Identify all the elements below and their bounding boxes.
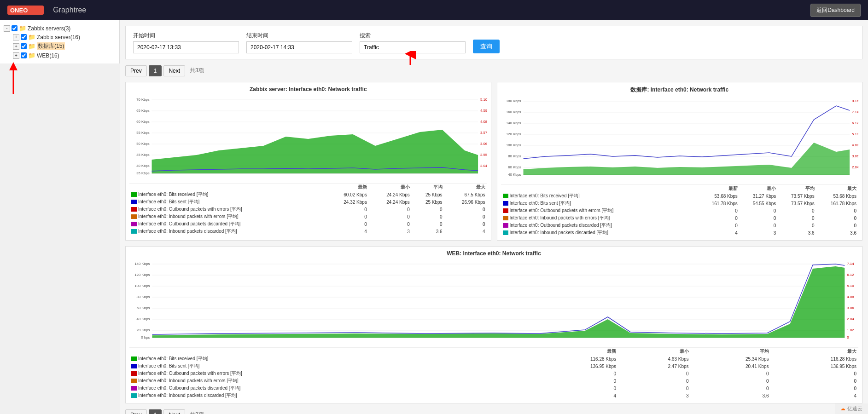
chart2-svg: 180 Kbps 160 Kbps 140 Kbps 120 Kbps 100 …: [501, 97, 859, 179]
tree-item-shujuku[interactable]: + 📁 数据库(15): [13, 41, 116, 51]
svg-text:120 Kbps: 120 Kbps: [506, 132, 521, 136]
tree-item-zabbix-server[interactable]: + 📁 Zabbix server(16): [13, 33, 116, 41]
svg-text:160 Kbps: 160 Kbps: [506, 110, 521, 114]
chart3-container: WEB: Interface eth0: Network traffic 140…: [125, 246, 862, 403]
legend-row: Interface eth0: Inbound packets with err…: [129, 213, 487, 220]
start-time-label: 开始时间: [133, 32, 239, 40]
logo-icon: ONEOMAS: [7, 6, 44, 15]
svg-text:1.02: 1.02: [847, 328, 854, 332]
charts-grid: Zabbix server: Interface eth0: Network t…: [125, 82, 862, 403]
svg-text:3.57: 3.57: [480, 131, 487, 135]
end-time-label: 结束时间: [246, 32, 352, 40]
main-container: - 📁 Zabbix servers(3) + 📁 Zabbix server(…: [0, 20, 868, 414]
back-dashboard-button[interactable]: 返回Dashboard: [810, 4, 861, 17]
chart1-svg: 70 Kbps 65 Kbps 60 Kbps 55 Kbps 50 Kbps …: [129, 95, 487, 178]
checkbox-web[interactable]: [21, 52, 27, 58]
folder-icon-zabbix-servers: 📁: [19, 25, 26, 32]
svg-marker-26: [152, 130, 478, 173]
svg-marker-50: [523, 143, 850, 175]
legend-row: Interface eth0: Bits received [平均] 116.2…: [129, 355, 858, 362]
prev-button-top[interactable]: Prev: [125, 65, 147, 76]
next-button-bottom[interactable]: Next: [163, 409, 185, 414]
chart2-container: 数据库: Interface eth0: Network traffic 1: [497, 82, 863, 241]
pagination-top: Prev 1 Next 共3项: [125, 65, 862, 76]
svg-text:2.04: 2.04: [851, 165, 858, 169]
svg-text:2.04: 2.04: [847, 317, 854, 321]
svg-text:35 Kbps: 35 Kbps: [136, 171, 150, 175]
chart3-svg-wrapper: 140 Kbps 120 Kbps 100 Kbps 80 Kbps 60 Kb…: [129, 259, 858, 344]
svg-text:5.10: 5.10: [480, 98, 487, 102]
search-group: 搜索: [360, 32, 466, 53]
legend-row: Interface eth0: Outbound packets with er…: [129, 206, 487, 213]
svg-text:5.10: 5.10: [851, 132, 858, 136]
chart1-legend: 最新 最小 平均 最大Interface eth0: Bits received…: [129, 182, 487, 235]
folder-icon-shujuku: 📁: [28, 43, 35, 50]
legend-row: Interface eth0: Outbound packets discard…: [129, 220, 487, 228]
legend-row: Interface eth0: Bits sent [平均] 161.78 Kb…: [501, 200, 859, 207]
svg-text:60 Kbps: 60 Kbps: [137, 306, 150, 310]
svg-text:65 Kbps: 65 Kbps: [136, 109, 150, 113]
footer-brand: 亿速云: [847, 405, 862, 412]
legend-row: Interface eth0: Outbound packets discard…: [501, 222, 859, 229]
red-arrow-annotation: [6, 62, 20, 100]
chart1-container: Zabbix server: Interface eth0: Network t…: [125, 82, 491, 241]
svg-text:0 bps: 0 bps: [141, 335, 150, 339]
svg-text:140 Kbps: 140 Kbps: [506, 121, 521, 125]
expand-zabbix-servers[interactable]: -: [4, 25, 10, 32]
chart1-svg-wrapper: 70 Kbps 65 Kbps 60 Kbps 55 Kbps 50 Kbps …: [129, 95, 487, 179]
label-zabbix-server: Zabbix server(16): [37, 34, 80, 40]
chart3-title: WEB: Interface eth0: Network traffic: [129, 250, 858, 257]
pagination-bottom: Prev 1 Next 共3项: [125, 409, 862, 414]
label-shujuku: 数据库(15): [37, 42, 65, 50]
svg-text:3.06: 3.06: [851, 154, 858, 158]
sidebar-wrapper: - 📁 Zabbix servers(3) + 📁 Zabbix server(…: [0, 20, 120, 414]
page-1-button-bottom[interactable]: 1: [149, 409, 162, 414]
logo: ONEOMAS: [7, 6, 44, 15]
chart1-title: Zabbix server: Interface eth0: Network t…: [129, 86, 487, 92]
search-arrow: [401, 51, 419, 67]
svg-text:50 Kbps: 50 Kbps: [136, 142, 150, 146]
checkbox-zabbix-server[interactable]: [21, 34, 27, 40]
svg-text:7.14: 7.14: [851, 110, 858, 114]
expand-zabbix-server[interactable]: +: [13, 34, 19, 40]
tree-item-web[interactable]: + 📁 WEB(16): [13, 51, 116, 60]
prev-button-bottom[interactable]: Prev: [125, 409, 147, 414]
query-button[interactable]: 查询: [473, 40, 500, 53]
legend-row: Interface eth0: Inbound packets discarde…: [129, 228, 487, 235]
end-time-input[interactable]: [246, 41, 352, 53]
app-header: ONEOMAS Graphtree 返回Dashboard: [0, 0, 868, 20]
legend-row: Interface eth0: Bits sent [平均] 136.95 Kb…: [129, 362, 858, 370]
svg-text:180 Kbps: 180 Kbps: [506, 99, 521, 103]
expand-web[interactable]: +: [13, 52, 19, 59]
chart2-legend: 最新 最小 平均 最大Interface eth0: Bits received…: [501, 184, 859, 236]
svg-text:80 Kbps: 80 Kbps: [508, 154, 521, 158]
legend-row: Interface eth0: Outbound packets with er…: [501, 207, 859, 214]
svg-text:40 Kbps: 40 Kbps: [508, 172, 521, 177]
svg-text:40 Kbps: 40 Kbps: [136, 164, 150, 168]
next-button-top[interactable]: Next: [163, 65, 185, 76]
svg-text:70 Kbps: 70 Kbps: [136, 98, 150, 102]
page-info-top: 共3项: [187, 65, 207, 76]
page-info-bottom: 共3项: [187, 409, 207, 414]
header-left: ONEOMAS Graphtree: [7, 6, 86, 15]
expand-shujuku[interactable]: +: [13, 43, 19, 50]
start-time-input[interactable]: [133, 41, 239, 53]
legend-row: Interface eth0: Bits received [平均] 60.02…: [129, 191, 487, 198]
legend-row: Interface eth0: Inbound packets with err…: [501, 214, 859, 222]
legend-row: Interface eth0: Inbound packets with err…: [129, 377, 858, 385]
page-1-button-top[interactable]: 1: [149, 65, 162, 76]
svg-text:100 Kbps: 100 Kbps: [134, 284, 150, 288]
svg-text:3.06: 3.06: [847, 306, 854, 310]
legend-row: Interface eth0: Bits sent [平均] 24.32 Kbp…: [129, 198, 487, 206]
svg-text:6.12: 6.12: [851, 121, 858, 125]
end-time-group: 结束时间: [246, 32, 352, 53]
svg-text:20 Kbps: 20 Kbps: [137, 328, 150, 332]
checkbox-zabbix-servers[interactable]: [12, 25, 17, 31]
chart3-legend: 最新 最小 平均 最大Interface eth0: Bits received…: [129, 346, 858, 399]
legend-row: Interface eth0: Outbound packets discard…: [129, 385, 858, 392]
tree-item-zabbix-servers[interactable]: - 📁 Zabbix servers(3): [4, 24, 116, 33]
checkbox-shujuku[interactable]: [21, 43, 27, 49]
legend-row: Interface eth0: Outbound packets with er…: [129, 370, 858, 377]
chart2-title: 数据库: Interface eth0: Network traffic: [501, 86, 859, 94]
svg-text:40 Kbps: 40 Kbps: [137, 317, 150, 321]
